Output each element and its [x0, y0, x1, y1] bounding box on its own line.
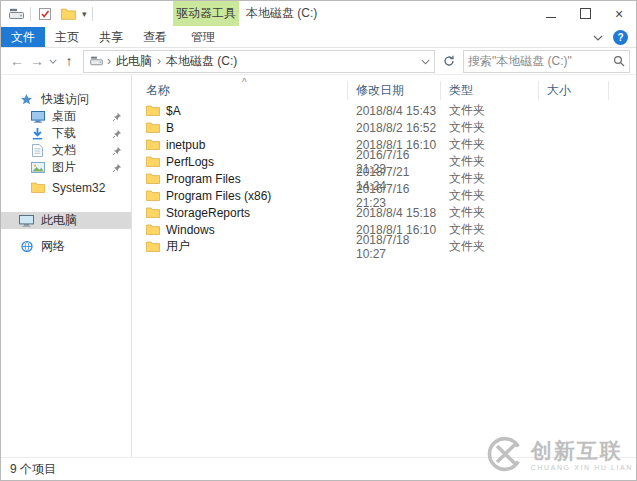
navigation-pane: 快速访问 桌面 下载 文档 图片 System32 此电脑 网络: [1, 75, 131, 461]
file-row[interactable]: B 2018/8/2 16:52 文件夹: [132, 119, 636, 136]
file-row[interactable]: $A 2018/8/4 15:43 文件夹: [132, 102, 636, 119]
help-icon[interactable]: ?: [613, 30, 628, 45]
file-date: 2018/7/18 10:27: [348, 233, 441, 261]
maximize-icon: [580, 8, 591, 19]
file-type: 文件夹: [441, 170, 539, 187]
contextual-tab-group: 驱动器工具: [173, 1, 239, 26]
drive-icon: [7, 5, 25, 23]
tab-home[interactable]: 主页: [45, 27, 89, 47]
watermark-subtitle: CHUANG XIN HU LIAN: [531, 464, 633, 471]
file-type: 文件夹: [441, 238, 539, 255]
sidebar-item-5[interactable]: System32: [1, 179, 131, 196]
divider: [30, 7, 31, 21]
close-icon: ×: [615, 7, 623, 21]
breadcrumb-separator: ›: [155, 54, 163, 68]
search-input[interactable]: [464, 54, 609, 68]
tab-view[interactable]: 查看: [133, 27, 177, 47]
download-icon: [29, 127, 46, 140]
breadcrumb-local-disk-c[interactable]: 本地磁盘 (C:): [163, 53, 240, 70]
pin-icon: [112, 128, 122, 142]
file-name: $A: [166, 104, 181, 118]
pin-icon: [112, 145, 122, 159]
search-box[interactable]: [463, 50, 630, 73]
file-row[interactable]: 用户 2018/7/18 10:27 文件夹: [132, 238, 636, 255]
file-name: Program Files (x86): [166, 189, 271, 203]
picture-icon: [29, 162, 46, 173]
file-name: 用户: [166, 238, 190, 255]
file-name: inetpub: [166, 138, 205, 152]
tab-file[interactable]: 文件: [1, 27, 45, 47]
breadcrumb-this-pc[interactable]: 此电脑: [113, 53, 155, 70]
refresh-icon[interactable]: [438, 51, 460, 72]
new-folder-button[interactable]: [59, 5, 77, 23]
folder-icon: [146, 105, 160, 116]
forward-button[interactable]: →: [27, 50, 47, 72]
sidebar-item-0[interactable]: 快速访问: [1, 91, 131, 108]
file-type: 文件夹: [441, 136, 539, 153]
sidebar-item-7[interactable]: 网络: [1, 238, 131, 255]
title-bar: ▾ 驱动器工具 本地磁盘 (C:) ×: [1, 1, 636, 27]
sidebar-item-1[interactable]: 桌面: [1, 108, 131, 125]
file-type: 文件夹: [441, 187, 539, 204]
breadcrumb-separator: ›: [105, 54, 113, 68]
up-button[interactable]: ↑: [59, 50, 79, 72]
minimize-icon: [546, 16, 556, 18]
sidebar-item-4[interactable]: 图片: [1, 159, 131, 176]
file-list-pane: 名称 ^ 修改日期 类型 大小 $A 2018/8/4 15:43 文件夹 B …: [131, 75, 636, 461]
ribbon-tab-row: 文件 主页共享查看管理 ?: [1, 27, 636, 48]
pin-icon: [112, 162, 122, 176]
file-date: 2018/8/4 15:43: [348, 104, 441, 118]
address-toolbar: ← → ↑ › 此电脑 › 本地磁盘 (C:): [1, 48, 636, 75]
folder-icon: [146, 173, 160, 184]
column-header-size[interactable]: 大小: [539, 81, 609, 100]
customize-toolbar-dropdown[interactable]: ▾: [82, 10, 87, 19]
file-list: $A 2018/8/4 15:43 文件夹 B 2018/8/2 16:52 文…: [132, 102, 636, 255]
recent-locations-chevron-icon[interactable]: [47, 50, 59, 72]
sidebar-item-6[interactable]: 此电脑: [1, 212, 131, 229]
folder-icon: [146, 224, 160, 235]
watermark-logo-icon: [486, 435, 524, 476]
minimize-button[interactable]: [534, 1, 568, 26]
file-type: 文件夹: [441, 119, 539, 136]
properties-button[interactable]: [36, 5, 54, 23]
drive-icon: [90, 56, 103, 66]
search-icon[interactable]: [609, 55, 629, 67]
column-headers: 名称 ^ 修改日期 类型 大小: [132, 81, 636, 100]
address-bar[interactable]: › 此电脑 › 本地磁盘 (C:): [83, 50, 435, 73]
document-icon: [29, 144, 46, 157]
tab-share[interactable]: 共享: [89, 27, 133, 47]
folder-icon: [146, 156, 160, 167]
pin-icon: [112, 111, 122, 125]
expand-ribbon-chevron-icon[interactable]: [593, 30, 603, 44]
column-header-type[interactable]: 类型: [441, 81, 539, 100]
quick-access-toolbar: ▾: [1, 5, 93, 23]
watermark: 创新互联 CHUANG XIN HU LIAN: [486, 435, 633, 476]
file-type: 文件夹: [441, 102, 539, 119]
network-icon: [18, 240, 35, 253]
close-button[interactable]: ×: [602, 1, 636, 26]
folder-icon: [146, 190, 160, 201]
file-type: 文件夹: [441, 221, 539, 238]
file-row[interactable]: Program Files (x86) 2016/7/16 21:23 文件夹: [132, 187, 636, 204]
file-name: B: [166, 121, 174, 135]
sidebar-item-3[interactable]: 文档: [1, 142, 131, 159]
maximize-button[interactable]: [568, 1, 602, 26]
column-header-date-modified[interactable]: 修改日期: [348, 81, 441, 100]
sort-ascending-icon: ^: [242, 77, 247, 88]
file-row[interactable]: StorageReports 2018/8/4 15:18 文件夹: [132, 204, 636, 221]
desktop-icon: [29, 111, 46, 123]
items-count: 9 个项目: [10, 461, 56, 478]
file-date: 2018/8/2 16:52: [348, 121, 441, 135]
address-dropdown-chevron-icon[interactable]: [421, 54, 430, 68]
back-button[interactable]: ←: [7, 50, 27, 72]
sidebar-item-2[interactable]: 下载: [1, 125, 131, 142]
folder-icon: [29, 182, 46, 193]
folder-icon: [146, 207, 160, 218]
column-header-name[interactable]: 名称 ^: [132, 81, 348, 100]
tab-manage[interactable]: 管理: [181, 27, 225, 47]
folder-icon: [146, 122, 160, 133]
folder-icon: [146, 241, 160, 252]
file-date: 2018/8/4 15:18: [348, 206, 441, 220]
file-type: 文件夹: [441, 153, 539, 170]
folder-icon: [146, 139, 160, 150]
